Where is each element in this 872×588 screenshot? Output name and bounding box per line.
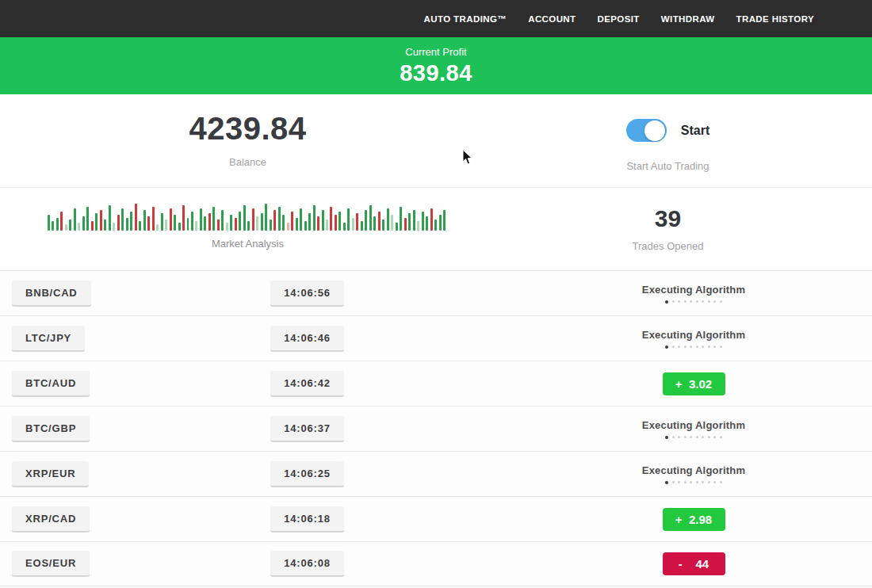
pair-badge: XRP/EUR [12, 461, 89, 487]
market-analysis-label: Market Analysis [212, 238, 284, 250]
current-profit-label: Current Profit [405, 46, 466, 58]
pair-badge: BTC/AUD [12, 371, 90, 397]
auto-trading-block: Start Start Auto Trading [464, 111, 872, 187]
pair-badge: LTC/JPY [12, 326, 85, 352]
mouse-cursor-icon [462, 149, 473, 166]
progress-dots-icon [665, 481, 722, 484]
start-auto-trading-caption: Start Auto Trading [626, 160, 709, 172]
nav-item-trade-history[interactable]: TRADE HISTORY [736, 14, 815, 24]
current-profit-value: 839.84 [400, 60, 472, 86]
nav-item-withdraw[interactable]: WITHDRAW [661, 14, 715, 24]
progress-dots-icon [665, 436, 722, 439]
nav-item-account[interactable]: ACCOUNT [528, 14, 576, 24]
trade-row: XRP/EUR14:06:25Executing Algorithm [0, 451, 872, 496]
trades-opened-block: 39 Trades Opened [464, 200, 872, 270]
top-navbar: AUTO TRADING™ACCOUNTDEPOSITWITHDRAWTRADE… [0, 0, 872, 37]
progress-dots-icon [665, 300, 722, 304]
time-badge: 14:06:25 [270, 461, 343, 487]
trade-row: BTC/AUD14:06:42+ 3.02 [0, 361, 872, 406]
time-badge: 14:06:08 [270, 551, 343, 577]
trade-row: XRP/CAD14:06:18+ 2.98 [0, 496, 872, 541]
trades-opened-label: Trades Opened [633, 240, 704, 252]
time-badge: 14:06:42 [270, 371, 343, 397]
trades-opened-value: 39 [655, 205, 681, 232]
profit-badge: + 2.98 [663, 508, 725, 531]
auto-trading-toggle[interactable] [626, 119, 667, 142]
current-profit-banner: Current Profit 839.84 [0, 37, 872, 94]
trade-row: EOS/EUR14:06:08- 44 [0, 541, 872, 586]
loss-badge: - 44 [663, 552, 725, 575]
executing-algorithm-label: Executing Algorithm [642, 284, 745, 296]
market-row: Market Analysis 39 Trades Opened [0, 188, 872, 270]
profit-badge: + 3.02 [663, 372, 725, 395]
trade-row: BTC/GBP14:06:37Executing Algorithm [0, 406, 872, 451]
time-badge: 14:06:37 [270, 416, 343, 442]
executing-algorithm-label: Executing Algorithm [642, 419, 745, 431]
pair-badge: EOS/EUR [12, 551, 90, 577]
balance-label: Balance [229, 156, 266, 168]
start-label: Start [681, 124, 709, 138]
nav-item-auto-trading[interactable]: AUTO TRADING™ [424, 14, 507, 24]
balance-block: 4239.84 Balance [32, 111, 464, 187]
page: AUTO TRADING™ACCOUNTDEPOSITWITHDRAWTRADE… [0, 0, 872, 588]
trade-row: LTC/JPY14:06:46Executing Algorithm [0, 315, 872, 361]
market-analysis-chart [48, 200, 448, 231]
trade-row: BNB/CAD14:06:56Executing Algorithm [0, 270, 872, 315]
time-badge: 14:06:46 [270, 326, 343, 352]
executing-algorithm-label: Executing Algorithm [642, 464, 745, 476]
executing-algorithm-label: Executing Algorithm [642, 329, 745, 341]
market-analysis-block: Market Analysis [32, 200, 464, 270]
balance-row: 4239.84 Balance Start Start Auto Trading [0, 94, 872, 188]
toggle-knob-icon [644, 120, 665, 141]
time-badge: 14:06:18 [270, 506, 343, 533]
time-badge: 14:06:56 [270, 281, 343, 307]
progress-dots-icon [665, 346, 722, 349]
pair-badge: BTC/GBP [12, 416, 90, 442]
pair-badge: BNB/CAD [12, 281, 91, 307]
pair-badge: XRP/CAD [12, 506, 90, 533]
nav-item-deposit[interactable]: DEPOSIT [598, 14, 640, 24]
balance-value: 4239.84 [189, 111, 306, 147]
trades-list: BNB/CAD14:06:56Executing AlgorithmLTC/JP… [0, 270, 872, 586]
